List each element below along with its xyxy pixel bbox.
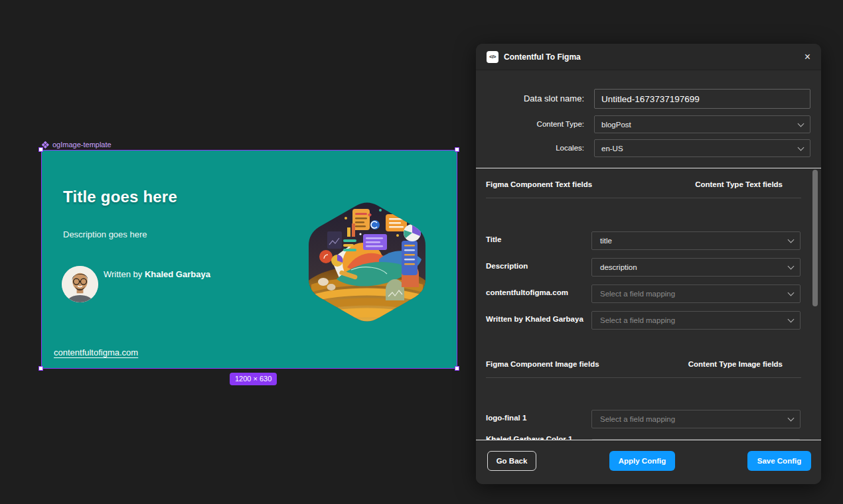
image-fields-header-left: Figma Component Image fields [486,360,599,368]
field-mapping-select-writtenby[interactable]: Select a field mapping [591,311,801,330]
scrollbar-thumb[interactable] [812,170,818,306]
plugin-scroll-area[interactable]: Figma Component Text fields Content Type… [476,168,821,440]
divider [486,198,801,198]
field-label: Khaled Garbaya Color 1 [486,435,589,440]
apply-config-button[interactable]: Apply Config [609,451,675,471]
author-name: Khaled Garbaya [145,269,210,279]
content-type-select[interactable]: blogPost [594,115,810,133]
chevron-down-icon [788,263,795,270]
written-by-text: Written by Khaled Garbaya [104,269,210,279]
selection-handle-bottom-left[interactable] [38,366,43,371]
locales-row: Locales: en-US [476,139,821,157]
save-config-button[interactable]: Save Config [747,451,811,471]
field-mapping-select-description[interactable]: description [591,258,801,277]
content-type-row: Content Type: blogPost [476,115,821,133]
dimension-badge: 1200 × 630 [230,373,277,385]
frame-name[interactable]: ogImage-template [52,141,112,149]
og-title: Title goes here [63,188,177,206]
field-mapping-select-logo[interactable]: Select a field mapping [591,410,801,428]
plugin-title: Contentful To Figma [504,52,581,62]
chevron-down-icon [798,144,805,151]
og-image-frame[interactable]: Title goes here Description goes here Wr… [41,150,457,369]
field-label: Title [486,235,589,243]
figma-canvas: ogImage-template Title goes here Descrip… [0,0,843,504]
text-fields-header-right: Content Type Text fields [695,180,783,188]
avatar [62,266,98,302]
author-row: Written by Khaled Garbaya [62,266,210,302]
content-type-label: Content Type: [476,120,584,128]
selection-handle-top-left[interactable] [38,147,43,152]
selection-handle-bottom-right[interactable] [455,366,459,371]
field-label: logo-final 1 [486,414,589,422]
chevron-down-icon [788,316,795,323]
og-description: Description goes here [63,229,147,239]
template-illustration [298,196,436,328]
divider [486,377,801,378]
frame-label[interactable]: ogImage-template [42,141,112,149]
field-label: contentfultofigma.com [486,288,589,296]
plugin-window: </> Contentful To Figma × Data slot name… [476,44,821,484]
chevron-down-icon [798,120,805,127]
plugin-footer: Go Back Apply Config Save Config [476,440,821,484]
close-icon[interactable]: × [805,52,810,62]
data-slot-row: Data slot name: [476,89,821,109]
locales-select[interactable]: en-US [594,139,810,157]
chevron-down-icon [788,237,795,243]
field-mapping-select-title[interactable]: title [591,231,801,250]
field-label: Written by Khaled Garbaya [486,315,589,323]
text-fields-header-left: Figma Component Text fields [486,180,592,188]
plugin-header[interactable]: </> Contentful To Figma × [476,44,821,70]
field-mapping-select-website[interactable]: Select a field mapping [591,284,801,303]
plugin-code-icon: </> [487,51,498,63]
chevron-down-icon [788,415,795,422]
go-back-button[interactable]: Go Back [487,451,536,471]
data-slot-input[interactable] [594,89,810,109]
data-slot-label: Data slot name: [476,94,584,103]
selection-handle-top-right[interactable] [455,147,459,152]
field-label: Description [486,262,589,270]
og-website-link[interactable]: contentfultofigma.com [54,347,138,357]
chevron-down-icon [788,290,795,296]
image-fields-header-right: Content Type Image fields [688,360,783,368]
locales-label: Locales: [476,144,584,152]
